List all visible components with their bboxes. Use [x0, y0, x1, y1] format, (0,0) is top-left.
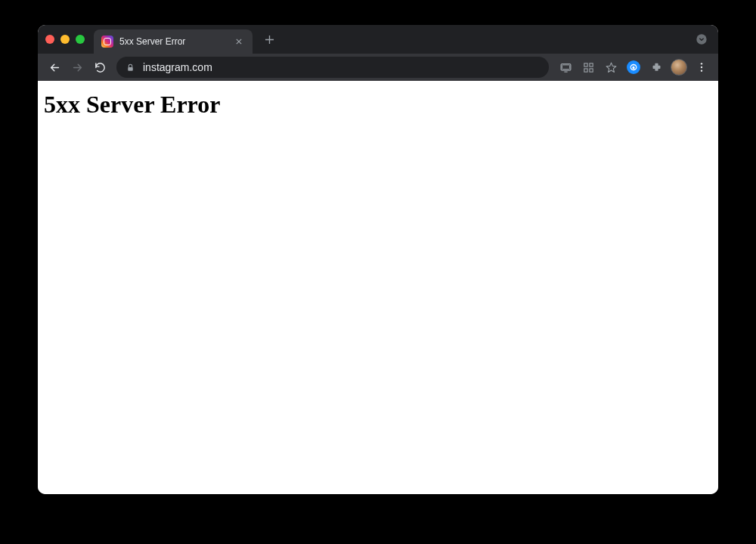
reload-icon [94, 61, 107, 74]
instagram-favicon [101, 36, 113, 48]
svg-point-9 [701, 66, 702, 68]
cast-icon [559, 61, 572, 74]
tab-title: 5xx Server Error [119, 36, 227, 47]
page-content: 5xx Server Error [38, 81, 718, 494]
tab-close-button[interactable] [233, 36, 245, 48]
profile-button[interactable] [668, 57, 689, 78]
window-minimize-button[interactable] [60, 35, 70, 44]
browser-tab[interactable]: 5xx Server Error [94, 29, 253, 54]
install-app-button[interactable] [578, 57, 599, 78]
svg-rect-7 [589, 68, 592, 71]
browser-window: 5xx Server Error instagram.com [38, 25, 718, 494]
svg-rect-1 [128, 66, 133, 70]
plus-icon [265, 35, 274, 45]
lock-icon [125, 63, 135, 73]
cast-button[interactable] [555, 57, 576, 78]
grid-icon [582, 61, 595, 74]
reload-button[interactable] [89, 57, 110, 78]
address-bar[interactable]: instagram.com [116, 57, 549, 78]
dots-vertical-icon [696, 61, 708, 73]
arrow-left-icon [48, 61, 61, 74]
url-text: instagram.com [143, 61, 540, 73]
svg-rect-3 [562, 64, 569, 69]
toolbar-right-actions: ⦿ [555, 57, 712, 78]
arrow-right-icon [71, 61, 84, 74]
svg-point-10 [701, 70, 702, 71]
svg-rect-6 [584, 68, 587, 71]
tab-bar: 5xx Server Error [38, 25, 718, 54]
forward-button[interactable] [67, 57, 88, 78]
tabs-dropdown-button[interactable] [692, 30, 711, 48]
puzzle-icon [650, 61, 663, 74]
back-button[interactable] [44, 57, 65, 78]
window-maximize-button[interactable] [76, 35, 85, 44]
svg-point-8 [701, 63, 702, 64]
window-controls [45, 35, 85, 44]
menu-button[interactable] [691, 57, 712, 78]
chevron-down-circle-icon [696, 33, 708, 45]
error-heading: 5xx Server Error [44, 91, 712, 119]
svg-point-0 [696, 34, 706, 44]
bookmark-button[interactable] [600, 57, 621, 78]
toolbar: instagram.com ⦿ [38, 54, 718, 81]
svg-rect-5 [589, 63, 592, 66]
close-icon [236, 39, 242, 45]
avatar-icon [671, 59, 687, 76]
new-tab-button[interactable] [259, 29, 280, 50]
star-icon [605, 61, 618, 74]
window-close-button[interactable] [45, 35, 54, 44]
extensions-button[interactable] [646, 57, 667, 78]
onepassword-icon: ⦿ [627, 60, 640, 74]
onepassword-extension[interactable]: ⦿ [623, 57, 644, 78]
svg-rect-4 [584, 63, 587, 66]
